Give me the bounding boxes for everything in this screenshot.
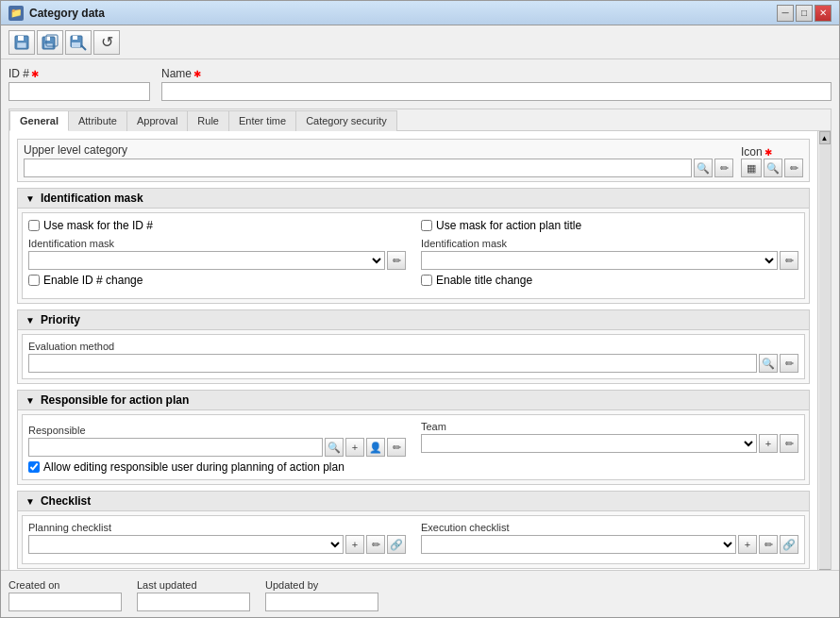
- created-on-input[interactable]: [8, 593, 122, 611]
- enable-title-change-checkbox[interactable]: [421, 275, 432, 286]
- updated-by-group: Updated by: [265, 579, 378, 611]
- icon-select-button[interactable]: ▦: [741, 159, 762, 177]
- upper-level-input[interactable]: [24, 159, 692, 177]
- scrollbar[interactable]: ▲ ▼: [817, 131, 831, 570]
- use-mask-title-row: Use mask for action plan title: [421, 219, 798, 232]
- form-area: ID # ✱ Name ✱ General Attribute Approval…: [1, 59, 839, 570]
- tab-rule[interactable]: Rule: [187, 110, 229, 131]
- execution-link-button[interactable]: 🔗: [780, 535, 798, 554]
- svg-line-10: [81, 45, 86, 50]
- id-input[interactable]: [8, 82, 150, 101]
- use-mask-id-row: Use mask for the ID #: [28, 219, 406, 232]
- priority-header[interactable]: ▼ Priority: [18, 310, 809, 330]
- use-mask-title-label: Use mask for action plan title: [436, 219, 581, 232]
- tab-attribute[interactable]: Attribute: [68, 110, 127, 131]
- scrollbar-track[interactable]: [819, 144, 831, 569]
- identification-mask-cols: Use mask for the ID # Identification mas…: [28, 219, 798, 292]
- execution-edit-button[interactable]: ✏: [759, 535, 778, 554]
- planning-link-button[interactable]: 🔗: [387, 535, 406, 554]
- icon-label: Icon ✱: [741, 145, 772, 159]
- main-window: 📁 Category data ─ □ ✕ ↺ ID #: [0, 0, 840, 618]
- responsible-add-button[interactable]: +: [345, 438, 364, 457]
- id-mask-right: Use mask for action plan title Identific…: [421, 219, 798, 292]
- save-button[interactable]: [8, 30, 35, 55]
- planning-checklist-group: Planning checklist + ✏ 🔗: [28, 522, 406, 558]
- icon-edit-button[interactable]: ✏: [784, 159, 803, 177]
- title-bar: 📁 Category data ─ □ ✕: [1, 1, 839, 25]
- id-mask-edit-button[interactable]: ✏: [387, 251, 406, 270]
- toolbar: ↺: [1, 25, 839, 59]
- close-button[interactable]: ✕: [815, 5, 832, 22]
- id-name-row: ID # ✱ Name ✱: [8, 67, 832, 101]
- name-input[interactable]: [161, 82, 832, 101]
- icon-search-button[interactable]: 🔍: [764, 159, 782, 177]
- refresh-button[interactable]: ↺: [93, 30, 120, 55]
- save-close-button[interactable]: [65, 30, 92, 55]
- icon-section: Icon ✱ ▦ 🔍 ✏: [741, 145, 803, 177]
- upper-level-search-button[interactable]: 🔍: [694, 159, 713, 177]
- title-mask-select[interactable]: [421, 251, 778, 270]
- tab-category-security[interactable]: Category security: [295, 110, 397, 131]
- icon-required-star: ✱: [764, 147, 772, 158]
- upper-level-field: Upper level category 🔍 ✏: [24, 143, 733, 177]
- tab-general[interactable]: General: [9, 110, 69, 131]
- identification-mask-header[interactable]: ▼ Identification mask: [18, 189, 809, 209]
- execution-add-button[interactable]: +: [738, 535, 757, 554]
- evaluation-method-input[interactable]: [28, 354, 757, 373]
- checklist-body: Planning checklist + ✏ 🔗 Exe: [22, 515, 805, 564]
- window-icon: 📁: [8, 6, 24, 21]
- title-mask-select-row: ✏: [421, 251, 798, 270]
- team-field-group: Team + ✏: [421, 421, 798, 457]
- use-mask-id-label: Use mask for the ID #: [43, 219, 153, 232]
- responsible-input[interactable]: [28, 438, 323, 457]
- last-updated-input[interactable]: [137, 593, 250, 611]
- svg-rect-2: [17, 42, 26, 48]
- planning-checklist-select[interactable]: [28, 535, 344, 554]
- responsible-edit-button[interactable]: ✏: [387, 438, 406, 457]
- identification-mask-body: Use mask for the ID # Identification mas…: [22, 212, 805, 299]
- updated-by-input[interactable]: [265, 593, 378, 611]
- icon-buttons: ▦ 🔍 ✏: [741, 159, 803, 177]
- checklist-header[interactable]: ▼ Checklist: [18, 492, 809, 511]
- upper-level-label: Upper level category: [24, 143, 733, 157]
- team-select[interactable]: [421, 434, 757, 453]
- evaluation-search-button[interactable]: 🔍: [759, 354, 778, 373]
- id-label: ID # ✱: [8, 67, 150, 80]
- use-mask-id-checkbox[interactable]: [28, 220, 40, 231]
- responsible-user-button[interactable]: 👤: [366, 438, 385, 457]
- scrollbar-down[interactable]: ▼: [819, 569, 831, 570]
- use-mask-title-checkbox[interactable]: [421, 220, 432, 231]
- execution-checklist-group: Execution checklist + ✏ 🔗: [421, 522, 798, 558]
- created-on-label: Created on: [8, 579, 122, 591]
- title-mask-edit-button[interactable]: ✏: [780, 251, 798, 270]
- planning-edit-button[interactable]: ✏: [366, 535, 385, 554]
- responsible-header[interactable]: ▼ Responsible for action plan: [18, 391, 809, 410]
- priority-body: Evaluation method 🔍 ✏: [22, 334, 805, 379]
- responsible-row: Responsible 🔍 + 👤 ✏: [28, 421, 798, 457]
- svg-rect-1: [18, 36, 24, 41]
- planning-add-button[interactable]: +: [345, 535, 364, 554]
- tab-general-content: Upper level category 🔍 ✏ Ico: [9, 131, 831, 570]
- tabs-container: General Attribute Approval Rule Enter ti…: [8, 109, 832, 570]
- tab-approval[interactable]: Approval: [126, 110, 188, 131]
- tab-enter-time[interactable]: Enter time: [228, 110, 296, 131]
- team-label: Team: [421, 421, 798, 432]
- maximize-button[interactable]: □: [796, 5, 813, 22]
- team-edit-button[interactable]: ✏: [780, 434, 798, 453]
- responsible-search-button[interactable]: 🔍: [325, 438, 344, 457]
- enable-id-change-checkbox[interactable]: [28, 275, 40, 286]
- id-mask-select[interactable]: [28, 251, 385, 270]
- priority-section: ▼ Priority Evaluation method 🔍 ✏: [17, 309, 810, 384]
- allow-editing-checkbox[interactable]: [28, 461, 40, 473]
- enable-id-change-row: Enable ID # change: [28, 274, 406, 287]
- minimize-button[interactable]: ─: [777, 5, 794, 22]
- tabs-header: General Attribute Approval Rule Enter ti…: [9, 109, 831, 131]
- team-add-button[interactable]: +: [759, 434, 778, 453]
- upper-level-edit-button[interactable]: ✏: [714, 159, 733, 177]
- scrollbar-up[interactable]: ▲: [819, 131, 831, 144]
- save-copy-button[interactable]: [37, 30, 63, 55]
- evaluation-edit-button[interactable]: ✏: [780, 354, 798, 373]
- priority-title: Priority: [41, 313, 80, 326]
- execution-checklist-select[interactable]: [421, 535, 736, 554]
- id-mask-field-label: Identification mask: [28, 238, 406, 249]
